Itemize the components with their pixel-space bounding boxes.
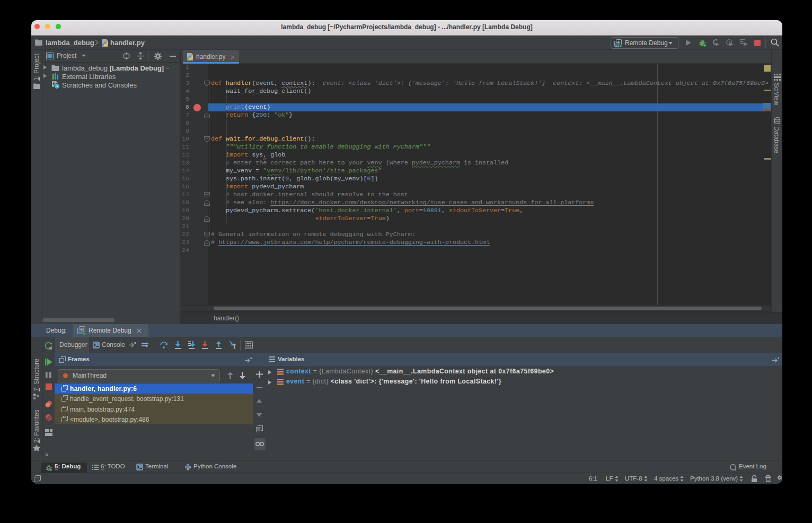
svg-text:?: ? [781, 478, 782, 483]
